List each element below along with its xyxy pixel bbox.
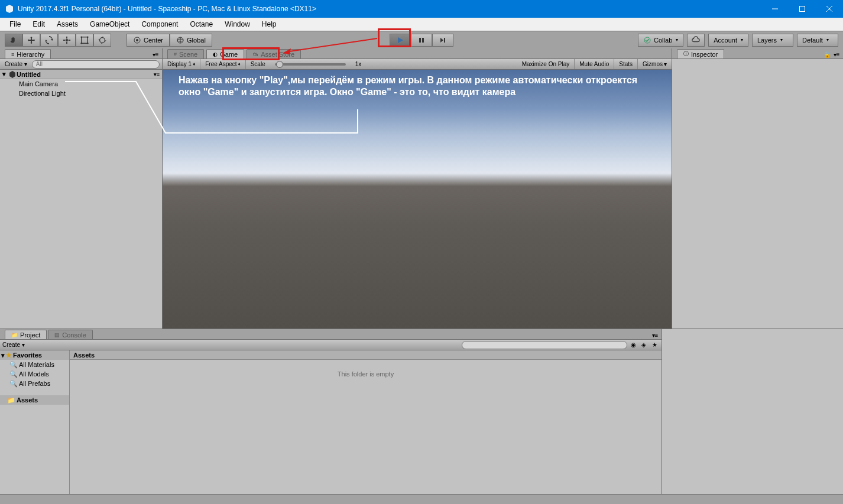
star-icon[interactable]: ★: [650, 340, 659, 350]
aspect-dropdown[interactable]: Free Aspect ♦: [200, 59, 245, 69]
star-icon: ★: [6, 352, 12, 359]
menu-edit[interactable]: Edit: [28, 19, 50, 30]
tab-game[interactable]: ◐Game: [206, 49, 244, 58]
hierarchy-create[interactable]: Create ▾: [2, 61, 30, 67]
inspector-panel: ⓘInspector 🔓▾≡: [672, 48, 843, 329]
hand-tool[interactable]: [5, 34, 22, 47]
svg-point-11: [80, 36, 82, 38]
minimize-button[interactable]: [761, 0, 789, 18]
menu-file[interactable]: File: [5, 19, 25, 30]
menu-help[interactable]: Help: [257, 19, 281, 30]
hierarchy-search[interactable]: [32, 60, 160, 69]
panel-menu-icon[interactable]: ▾≡: [651, 331, 659, 339]
menu-component[interactable]: Component: [137, 19, 183, 30]
collab-dropdown[interactable]: Collab: [638, 34, 683, 47]
search-icon: 🔍: [9, 370, 18, 378]
tab-project[interactable]: 📁Project: [5, 330, 47, 339]
menu-gameobject[interactable]: GameObject: [85, 19, 134, 30]
menu-window[interactable]: Window: [220, 19, 255, 30]
space-toggle[interactable]: Global: [170, 34, 212, 47]
tab-console[interactable]: ▤Console: [48, 330, 92, 339]
pivot-toggle[interactable]: Center: [127, 34, 170, 47]
project-create[interactable]: Create ▾: [2, 342, 25, 348]
console-icon: ▤: [54, 332, 60, 338]
hierarchy-tab[interactable]: ≡Hierarchy: [5, 49, 51, 58]
pacman-icon: ◐: [213, 51, 218, 57]
svg-rect-2: [800, 6, 805, 12]
svg-marker-24: [440, 38, 443, 43]
status-bar: [0, 494, 843, 504]
folder-icon: 📁: [7, 396, 15, 404]
menu-assets[interactable]: Assets: [52, 19, 83, 30]
search-icon: 🔍: [9, 380, 18, 388]
cloud-button[interactable]: [687, 34, 705, 47]
search-icon: 🔍: [9, 361, 18, 369]
svg-marker-0: [6, 5, 13, 13]
rect-tool[interactable]: [76, 34, 93, 47]
info-icon: ⓘ: [683, 50, 689, 58]
scale-slider[interactable]: [270, 59, 351, 69]
svg-point-12: [87, 36, 89, 38]
fav-prefabs[interactable]: 🔍All Prefabs: [0, 379, 69, 388]
fav-materials[interactable]: 🔍All Materials: [0, 360, 69, 369]
layers-dropdown[interactable]: Layers: [752, 34, 793, 47]
layout-dropdown[interactable]: Default: [797, 34, 838, 47]
svg-point-16: [136, 39, 138, 41]
folder-icon: 📁: [11, 332, 18, 338]
scale-label: Scale: [246, 59, 270, 69]
svg-point-13: [80, 42, 82, 44]
maximize-button[interactable]: [789, 0, 816, 18]
fav-models[interactable]: 🔍All Models: [0, 369, 69, 379]
display-dropdown[interactable]: Display 1 ♦: [163, 59, 200, 69]
account-dropdown[interactable]: Account: [708, 34, 748, 47]
panel-menu-icon[interactable]: ▾≡: [832, 50, 841, 58]
transform-tool[interactable]: [93, 34, 111, 47]
project-search[interactable]: [462, 341, 627, 349]
stats-toggle[interactable]: Stats: [614, 59, 638, 69]
svg-rect-8: [66, 36, 67, 38]
tab-assetstore[interactable]: 🛍Asset Store: [247, 49, 301, 58]
filter-type-icon[interactable]: ◈: [639, 340, 649, 350]
scale-tool[interactable]: [58, 34, 76, 47]
svg-rect-7: [69, 40, 71, 41]
assets-section[interactable]: 📁Assets: [0, 395, 69, 405]
hierarchy-panel: ≡Hierarchy ▾≡ Create ▾ ▾ Untitled ▾≡ Mai…: [0, 48, 163, 329]
svg-rect-6: [63, 40, 66, 41]
rotate-tool[interactable]: [40, 34, 58, 47]
scene-menu-icon[interactable]: ▾≡: [154, 71, 160, 77]
play-button[interactable]: [390, 34, 411, 47]
lock-icon[interactable]: 🔓: [823, 50, 831, 58]
hierarchy-item-light[interactable]: Directional Light: [0, 89, 162, 98]
mute-toggle[interactable]: Mute Audio: [575, 59, 614, 69]
panel-menu-icon[interactable]: ▾≡: [151, 50, 160, 58]
gizmos-dropdown[interactable]: Gizmos ▾: [638, 59, 672, 69]
project-breadcrumb[interactable]: Assets: [70, 350, 662, 360]
menu-octane[interactable]: Octane: [185, 19, 218, 30]
svg-marker-21: [398, 37, 403, 43]
tab-scene[interactable]: #Scene: [167, 49, 204, 58]
svg-rect-23: [422, 38, 424, 43]
pause-button[interactable]: [411, 34, 432, 47]
scene-row[interactable]: ▾ Untitled ▾≡: [0, 70, 162, 79]
filter-icon[interactable]: ◉: [628, 340, 638, 350]
svg-rect-22: [419, 38, 421, 43]
favorites-section[interactable]: ▾★Favorites: [0, 350, 69, 360]
unity-scene-icon: [8, 70, 17, 79]
game-view: [163, 70, 672, 329]
close-button[interactable]: [816, 0, 843, 18]
hierarchy-item-camera[interactable]: Main Camera: [0, 79, 162, 89]
project-panel: 📁Project ▤Console ▾≡ Create ▾ ◉ ◈ ★ ▾★Fa…: [0, 329, 662, 504]
toolbar: Center Global Collab Account Layers Defa…: [0, 31, 843, 48]
svg-rect-5: [66, 39, 68, 41]
step-button[interactable]: [432, 34, 453, 47]
menubar: File Edit Assets GameObject Component Oc…: [0, 18, 843, 31]
svg-marker-27: [9, 71, 15, 78]
window-title: Unity 2017.4.3f1 Personal (64bit) - Unti…: [18, 5, 761, 13]
svg-rect-9: [66, 41, 67, 44]
titlebar: Unity 2017.4.3f1 Personal (64bit) - Unti…: [0, 0, 843, 18]
svg-point-14: [87, 42, 89, 44]
move-tool[interactable]: [22, 34, 40, 47]
svg-point-15: [100, 37, 105, 43]
maximize-toggle[interactable]: Maximize On Play: [517, 59, 575, 69]
inspector-tab[interactable]: ⓘInspector: [677, 49, 724, 58]
